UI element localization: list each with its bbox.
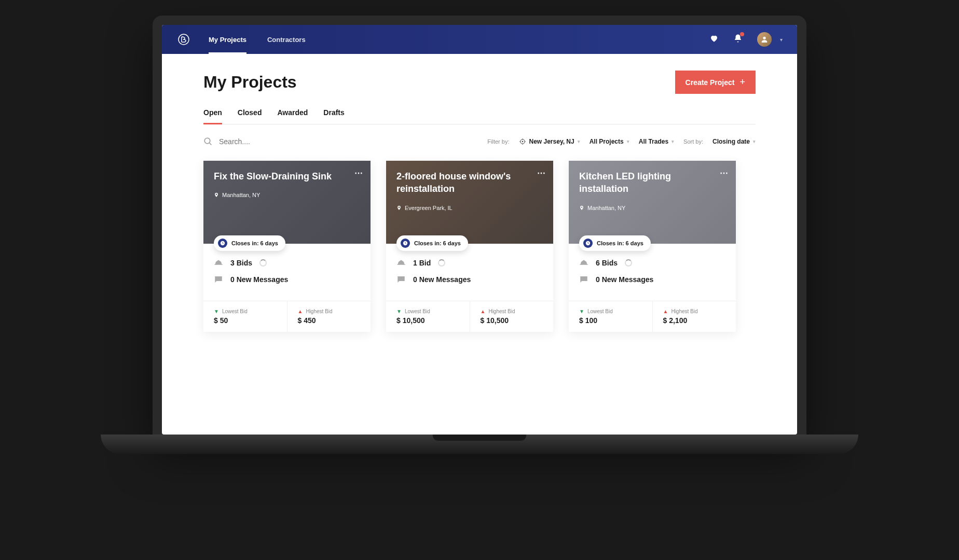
nav-my-projects[interactable]: My Projects — [209, 25, 246, 54]
page-title: My Projects — [203, 73, 297, 92]
search-icon — [203, 137, 213, 146]
arrow-up-icon: ▲ — [663, 309, 668, 314]
spinner-icon — [259, 259, 267, 267]
hardhat-icon — [214, 258, 223, 268]
notification-badge — [740, 32, 744, 36]
nav-contractors[interactable]: Contractors — [267, 25, 306, 54]
card-title: Fix the Slow-Draining Sink — [214, 170, 349, 183]
tab-awarded[interactable]: Awarded — [277, 108, 308, 124]
card-title: Kitchen LED lighting installation — [579, 170, 714, 195]
lowest-bid: ▼Lowest Bid$ 10,500 — [386, 301, 470, 332]
create-project-button[interactable]: Create Project+ — [675, 71, 756, 94]
header-actions: ▾ — [709, 32, 783, 47]
crosshair-icon — [519, 138, 526, 145]
spinner-icon — [625, 259, 632, 267]
clock-icon — [583, 239, 593, 248]
pin-icon — [396, 205, 402, 211]
card-hero: ⋯ Fix the Slow-Draining Sink Manhattan, … — [203, 161, 371, 244]
laptop-base — [101, 435, 858, 454]
card-title: 2-floored house window's reinstallation — [396, 170, 531, 195]
primary-nav: My Projects Contractors — [209, 25, 306, 54]
card-body: 3 Bids 0 New Messages — [203, 244, 371, 301]
chevron-down-icon: ▾ — [578, 139, 580, 144]
card-menu-icon[interactable]: ⋯ — [537, 168, 546, 178]
messages-row: 0 New Messages — [396, 275, 543, 284]
app-screen: My Projects Contractors ▾ My Projects Cr… — [162, 25, 797, 435]
clock-icon — [218, 239, 227, 248]
messages-row: 0 New Messages — [579, 275, 725, 284]
card-footer: ▼Lowest Bid$ 100 ▲Highest Bid$ 2,100 — [569, 301, 736, 332]
chevron-down-icon: ▾ — [627, 139, 629, 144]
main-content: My Projects Create Project+ Open Closed … — [162, 54, 797, 348]
pin-icon — [214, 192, 219, 198]
card-body: 6 Bids 0 New Messages — [569, 244, 736, 301]
filter-trades[interactable]: All Trades▾ — [639, 138, 674, 145]
tab-drafts[interactable]: Drafts — [323, 108, 344, 124]
card-footer: ▼Lowest Bid$ 10,500 ▲Highest Bid$ 10,500 — [386, 301, 553, 332]
project-tabs: Open Closed Awarded Drafts — [203, 108, 756, 124]
arrow-down-icon: ▼ — [579, 309, 584, 314]
logo[interactable] — [176, 32, 191, 47]
spinner-icon — [438, 259, 445, 267]
closing-pill: Closes in: 6 days — [579, 235, 651, 251]
sort-select[interactable]: Closing date▾ — [713, 138, 756, 145]
pin-icon — [579, 205, 584, 211]
filter-bar: Filter by: New Jersey, NJ▾ All Projects▾… — [203, 137, 756, 146]
sort-by-label: Sort by: — [683, 138, 703, 145]
project-card[interactable]: ⋯ Kitchen LED lighting installation Manh… — [569, 161, 736, 332]
user-menu-caret[interactable]: ▾ — [780, 37, 783, 43]
card-menu-icon[interactable]: ⋯ — [354, 168, 363, 178]
hardhat-icon — [396, 258, 406, 268]
arrow-up-icon: ▲ — [298, 309, 303, 314]
tab-closed[interactable]: Closed — [238, 108, 262, 124]
search-input[interactable] — [219, 137, 323, 146]
filter-location[interactable]: New Jersey, NJ▾ — [519, 138, 580, 145]
card-hero: ⋯ 2-floored house window's reinstallatio… — [386, 161, 553, 244]
chevron-down-icon: ▾ — [672, 139, 674, 144]
lowest-bid: ▼Lowest Bid$ 50 — [203, 301, 287, 332]
chat-icon — [214, 275, 223, 284]
card-location: Evergreen Park, IL — [396, 205, 543, 211]
bids-row: 3 Bids — [214, 258, 360, 268]
chat-icon — [579, 275, 588, 284]
hardhat-icon — [579, 258, 588, 268]
clock-icon — [401, 239, 410, 248]
card-footer: ▼Lowest Bid$ 50 ▲Highest Bid$ 450 — [203, 301, 371, 332]
chevron-down-icon: ▾ — [753, 139, 756, 144]
tab-open[interactable]: Open — [203, 108, 222, 124]
user-avatar[interactable] — [757, 32, 772, 47]
search-box — [203, 137, 478, 146]
project-card[interactable]: ⋯ Fix the Slow-Draining Sink Manhattan, … — [203, 161, 371, 332]
card-menu-icon[interactable]: ⋯ — [720, 168, 729, 178]
title-bar: My Projects Create Project+ — [203, 71, 756, 94]
project-cards: ⋯ Fix the Slow-Draining Sink Manhattan, … — [203, 161, 756, 332]
top-nav: My Projects Contractors ▾ — [162, 25, 797, 54]
plus-icon: + — [739, 77, 745, 88]
project-card[interactable]: ⋯ 2-floored house window's reinstallatio… — [386, 161, 553, 332]
card-hero: ⋯ Kitchen LED lighting installation Manh… — [569, 161, 736, 244]
laptop-frame: My Projects Contractors ▾ My Projects Cr… — [153, 16, 806, 435]
highest-bid: ▲Highest Bid$ 2,100 — [653, 301, 736, 332]
filter-projects[interactable]: All Projects▾ — [590, 138, 629, 145]
arrow-down-icon: ▼ — [396, 309, 402, 314]
highest-bid: ▲Highest Bid$ 10,500 — [470, 301, 554, 332]
card-body: 1 Bid 0 New Messages — [386, 244, 553, 301]
closing-pill: Closes in: 6 days — [214, 235, 285, 251]
filter-by-label: Filter by: — [487, 138, 509, 145]
card-location: Manhattan, NY — [214, 192, 360, 198]
bids-row: 6 Bids — [579, 258, 725, 268]
arrow-down-icon: ▼ — [214, 309, 219, 314]
notifications-icon[interactable] — [733, 34, 743, 45]
card-location: Manhattan, NY — [579, 205, 725, 211]
chat-icon — [396, 275, 406, 284]
favorites-icon[interactable] — [709, 34, 719, 45]
closing-pill: Closes in: 6 days — [396, 235, 468, 251]
lowest-bid: ▼Lowest Bid$ 100 — [569, 301, 653, 332]
bids-row: 1 Bid — [396, 258, 543, 268]
highest-bid: ▲Highest Bid$ 450 — [287, 301, 371, 332]
svg-point-1 — [763, 37, 765, 39]
arrow-up-icon: ▲ — [481, 309, 486, 314]
messages-row: 0 New Messages — [214, 275, 360, 284]
svg-point-3 — [522, 141, 523, 142]
